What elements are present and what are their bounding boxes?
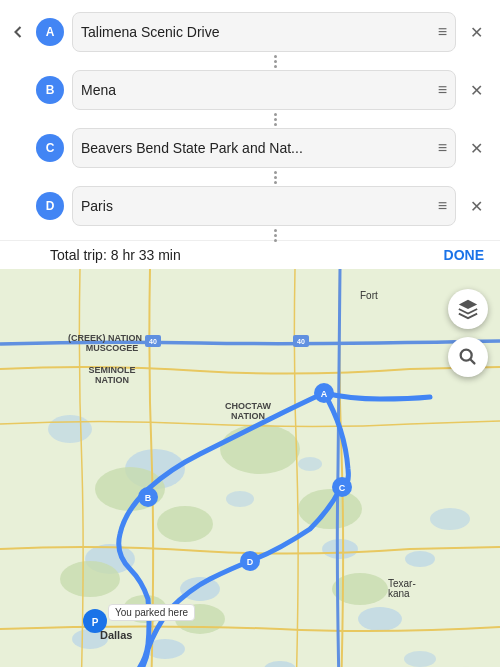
- svg-text:40: 40: [149, 338, 157, 345]
- svg-text:40: 40: [297, 338, 305, 345]
- svg-point-6: [405, 551, 435, 567]
- route-input-b[interactable]: Mena ≡: [72, 70, 456, 110]
- svg-point-19: [60, 561, 120, 597]
- map-controls: [448, 289, 488, 377]
- close-button-b[interactable]: ✕: [460, 74, 492, 106]
- reorder-icon-c[interactable]: ≡: [438, 139, 447, 157]
- trip-label: Total trip: 8 hr 33 min: [50, 247, 181, 263]
- svg-point-18: [157, 506, 213, 542]
- route-input-text-d: Paris: [81, 198, 432, 214]
- svg-text:B: B: [145, 493, 152, 503]
- svg-text:A: A: [321, 389, 328, 399]
- done-button[interactable]: DONE: [444, 247, 484, 263]
- svg-point-14: [404, 651, 436, 667]
- svg-text:CHOCTAW: CHOCTAW: [225, 401, 271, 411]
- svg-text:D: D: [247, 557, 254, 567]
- svg-point-4: [322, 539, 358, 559]
- route-input-text-a: Talimena Scenic Drive: [81, 24, 432, 40]
- route-row-c: C Beavers Bend State Park and Nat... ≡ ✕: [0, 124, 500, 172]
- svg-point-5: [358, 607, 402, 631]
- close-button-a[interactable]: ✕: [460, 16, 492, 48]
- route-input-c[interactable]: Beavers Bend State Park and Nat... ≡: [72, 128, 456, 168]
- close-button-d[interactable]: ✕: [460, 190, 492, 222]
- svg-text:NATION: NATION: [95, 375, 129, 385]
- close-button-c[interactable]: ✕: [460, 132, 492, 164]
- route-row-a: A Talimena Scenic Drive ≡ ✕: [0, 8, 500, 56]
- svg-text:Fort: Fort: [360, 290, 378, 301]
- svg-point-13: [430, 508, 470, 530]
- layers-button[interactable]: [448, 289, 488, 329]
- waypoint-label-a: A: [36, 18, 64, 46]
- svg-point-16: [220, 424, 300, 474]
- route-input-text-b: Mena: [81, 82, 432, 98]
- route-row-d: D Paris ≡ ✕: [0, 182, 500, 230]
- svg-point-22: [332, 573, 388, 605]
- parked-label: You parked here: [108, 604, 195, 621]
- route-input-d[interactable]: Paris ≡: [72, 186, 456, 226]
- svg-text:NATION: NATION: [231, 411, 265, 421]
- trip-bar: Total trip: 8 hr 33 min DONE: [0, 240, 500, 269]
- reorder-icon-b[interactable]: ≡: [438, 81, 447, 99]
- waypoint-label-b: B: [36, 76, 64, 104]
- svg-text:Dallas: Dallas: [100, 629, 132, 641]
- svg-text:(CREEK) NATION: (CREEK) NATION: [68, 333, 142, 343]
- reorder-icon-d[interactable]: ≡: [438, 197, 447, 215]
- svg-text:C: C: [339, 483, 346, 493]
- waypoint-label-d: D: [36, 192, 64, 220]
- svg-text:P: P: [92, 617, 99, 628]
- svg-text:kana: kana: [388, 588, 410, 599]
- search-button[interactable]: [448, 337, 488, 377]
- reorder-icon-a[interactable]: ≡: [438, 23, 447, 41]
- back-button[interactable]: [0, 14, 36, 50]
- route-row-b: B Mena ≡ ✕: [0, 66, 500, 114]
- waypoint-label-c: C: [36, 134, 64, 162]
- svg-point-10: [226, 491, 254, 507]
- svg-text:MUSCOGEE: MUSCOGEE: [86, 343, 139, 353]
- svg-point-11: [298, 457, 322, 471]
- map-container: 40 40 30 A B C D P (CREEK) N: [0, 269, 500, 667]
- svg-point-12: [48, 415, 92, 443]
- route-panel: A Talimena Scenic Drive ≡ ✕ B Mena ≡ ✕ C…: [0, 0, 500, 269]
- route-input-a[interactable]: Talimena Scenic Drive ≡: [72, 12, 456, 52]
- route-input-text-c: Beavers Bend State Park and Nat...: [81, 140, 432, 156]
- svg-text:SEMINOLE: SEMINOLE: [88, 365, 135, 375]
